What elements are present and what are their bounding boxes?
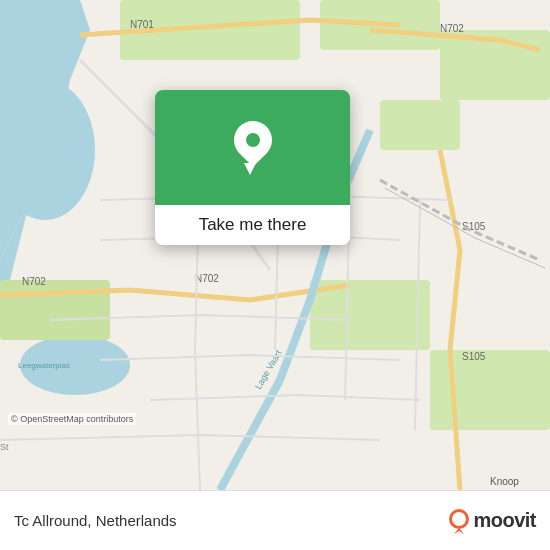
svg-point-22: [452, 512, 466, 526]
svg-rect-9: [430, 350, 550, 430]
popup-card: Take me there: [155, 90, 350, 245]
svg-text:N702: N702: [22, 276, 46, 287]
moovit-logo-icon: [448, 508, 470, 534]
svg-text:N702: N702: [440, 23, 464, 34]
svg-rect-6: [380, 100, 460, 150]
svg-text:Knoop: Knoop: [490, 476, 519, 487]
take-me-there-button[interactable]: Take me there: [155, 205, 350, 245]
svg-text:St: St: [0, 442, 9, 452]
svg-text:Leegwaterplas: Leegwaterplas: [18, 361, 70, 370]
popup-header: [155, 90, 350, 205]
osm-attribution: © OpenStreetMap contributors: [8, 413, 136, 425]
svg-text:N701: N701: [130, 19, 154, 30]
location-name: Tc Allround, Netherlands: [14, 512, 177, 529]
bottom-bar: Tc Allround, Netherlands moovit: [0, 490, 550, 550]
location-pin-icon: [231, 121, 275, 175]
moovit-text: moovit: [473, 509, 536, 532]
svg-text:S105: S105: [462, 351, 486, 362]
moovit-logo: moovit: [448, 508, 536, 534]
svg-text:N702: N702: [195, 273, 219, 284]
map-area: N701 N702 N702 N702 S105 S105 Lage Vaart…: [0, 0, 550, 490]
